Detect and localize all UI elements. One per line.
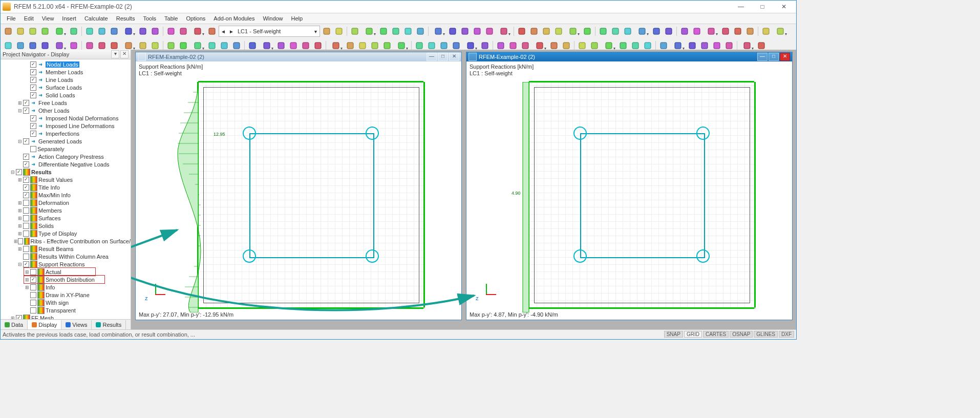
checkbox[interactable] [23,215,29,221]
toolbar-button[interactable] [553,26,564,37]
toolbar-button[interactable] [447,26,458,37]
toolbar-button[interactable] [516,26,527,37]
menu-file[interactable]: File [3,13,20,24]
navigator-close-button[interactable]: ✕ [120,50,129,58]
expand-icon[interactable]: ⊞ [10,316,16,320]
navigator-tab-data[interactable]: Data [1,320,28,329]
tree-item[interactable]: Transparent [1,306,131,314]
toolbar-button[interactable] [27,26,38,37]
checkbox[interactable] [16,169,22,175]
checkbox[interactable] [23,138,29,144]
checkbox[interactable] [30,123,36,129]
toolbar-button[interactable] [598,26,609,37]
toolbar-button[interactable] [137,26,148,37]
maximize-button[interactable]: □ [752,2,773,12]
tree-item[interactable]: ⊞Free Loads [1,99,131,107]
checkbox[interactable] [23,100,29,106]
checkbox[interactable] [23,223,29,229]
loadcase-selector[interactable]: ◄►LC1 - Self-weight▾ [219,26,320,37]
checkbox[interactable] [23,246,29,252]
view-title-bar[interactable]: RFEM-Example-02 (2) — □ ✕ [466,52,792,61]
toolbar-button[interactable] [663,26,674,37]
toolbar-button[interactable] [121,26,136,37]
tree-item[interactable]: Action Category Prestress [1,153,131,160]
navigator-tree[interactable]: Nodal LoadsMember LoadsLine LoadsSurface… [1,59,131,319]
toolbar-button[interactable] [651,26,662,37]
view-min-button[interactable]: — [427,53,437,61]
checkbox[interactable] [30,92,36,98]
checkbox[interactable] [30,115,36,121]
toolbar-button[interactable] [333,26,345,37]
toolbar-button[interactable] [361,26,377,37]
status-toggle-cartes[interactable]: CARTES [703,331,729,338]
toolbar-button[interactable] [378,26,389,37]
status-toggle-snap[interactable]: SNAP [664,331,683,338]
tree-item[interactable]: Draw in XY-Plane [1,291,131,299]
checkbox[interactable] [30,300,36,306]
tree-item[interactable]: Imposed Line Deformations [1,122,131,130]
toolbar-button[interactable] [165,26,177,37]
tree-item[interactable]: ⊞Solids [1,222,131,229]
checkbox[interactable] [30,77,36,83]
collapse-icon[interactable]: ⊟ [17,139,23,144]
menu-addon[interactable]: Add-on Modules [209,13,259,24]
expand-icon[interactable]: ⊞ [17,177,23,182]
tree-item[interactable]: ⊞Surfaces [1,214,131,222]
view-max-button[interactable]: □ [769,53,779,61]
toolbar-button[interactable] [52,26,67,37]
tree-item[interactable]: ⊟Other Loads [1,107,131,114]
checkbox[interactable] [30,269,36,275]
minimize-button[interactable]: — [731,2,751,12]
view-max-button[interactable]: □ [438,53,448,61]
lc-prev-button[interactable]: ◄ [219,29,227,34]
checkbox[interactable] [23,192,29,198]
toolbar-button[interactable] [150,26,161,37]
menu-tools[interactable]: Tools [139,13,160,24]
tree-item[interactable]: ⊞Members [1,206,131,214]
expand-icon[interactable]: ⊞ [24,277,30,282]
expand-icon[interactable]: ⊞ [17,200,23,205]
expand-icon[interactable]: ⊞ [17,246,23,252]
tree-item[interactable]: Nodal Loads [1,60,131,68]
menu-options[interactable]: Options [182,13,209,24]
menu-help[interactable]: Help [287,13,307,24]
toolbar-button[interactable] [190,26,205,37]
expand-icon[interactable]: ⊞ [17,216,23,221]
toolbar-button[interactable] [472,26,483,37]
toolbar-button[interactable] [349,26,360,37]
toolbar-button[interactable] [541,26,552,37]
checkbox[interactable] [30,85,36,91]
tree-item[interactable]: With sign [1,299,131,306]
checkbox[interactable] [23,108,29,114]
checkbox[interactable] [23,207,29,214]
checkbox[interactable] [30,61,36,68]
toolbar-button[interactable] [760,26,772,37]
menu-edit[interactable]: Edit [20,13,38,24]
checkbox[interactable] [30,307,36,314]
navigator-tab-results[interactable]: Results [92,320,126,329]
tree-item[interactable]: ⊟Results [1,168,131,176]
toolbar-button[interactable] [39,26,51,37]
toolbar-button[interactable] [582,26,593,37]
toolbar-button[interactable] [206,26,218,37]
menu-window[interactable]: Window [259,13,287,24]
tree-item[interactable]: Title Info [1,183,131,191]
checkbox[interactable] [30,131,36,137]
menu-insert[interactable]: Insert [58,13,80,24]
toolbar-button[interactable] [484,26,495,37]
toolbar-button[interactable] [321,26,332,37]
toolbar-button[interactable] [622,26,633,37]
tree-item[interactable]: Separately [1,145,131,153]
toolbar-button[interactable] [679,26,690,37]
menu-table[interactable]: Table [160,13,182,24]
navigator-tab-display[interactable]: Display [28,320,61,329]
checkbox[interactable] [30,277,36,283]
toolbar-button[interactable] [431,26,446,37]
navigator-tab-views[interactable]: Views [61,320,92,329]
tree-item[interactable]: Differentiate Negative Loads [1,160,131,168]
checkbox[interactable] [16,315,22,320]
checkbox[interactable] [23,184,29,191]
toolbar-button[interactable] [732,26,743,37]
toolbar-button[interactable] [610,26,621,37]
toolbar-button[interactable] [15,26,26,37]
